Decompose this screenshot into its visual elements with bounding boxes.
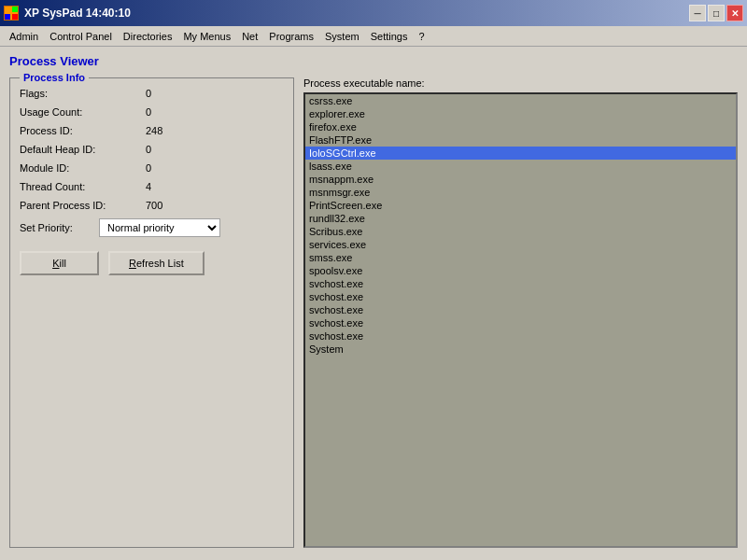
info-field-label: Thread Count: — [20, 181, 146, 192]
info-row: Flags:0 — [20, 88, 284, 99]
info-field-label: Default Heap ID: — [20, 144, 146, 155]
info-field-value: 0 — [146, 162, 151, 174]
priority-label: Set Priority: — [20, 222, 99, 233]
menu-item-net[interactable]: Net — [236, 29, 263, 44]
process-info-legend: Process Info — [20, 72, 89, 83]
process-list-container: csrss.exeexplorer.exefirefox.exeFlashFTP… — [303, 92, 738, 548]
process-list-item[interactable]: svchost.exe — [305, 290, 736, 303]
menu-item-system[interactable]: System — [319, 29, 365, 44]
close-button[interactable]: ✕ — [726, 5, 743, 21]
minimize-button[interactable]: ─ — [689, 5, 706, 21]
info-row: Module ID:0 — [20, 162, 284, 174]
window-controls: ─ □ ✕ — [689, 5, 743, 21]
process-list-item[interactable]: IoloSGCtrl.exe — [305, 147, 736, 160]
process-list-item[interactable]: msnmsgr.exe — [305, 186, 736, 199]
info-field-label: Process ID: — [20, 125, 146, 136]
process-list-item[interactable]: csrss.exe — [305, 94, 736, 107]
info-field-value: 4 — [146, 181, 151, 192]
process-list-item[interactable]: services.exe — [305, 238, 736, 251]
info-field-label: Flags: — [20, 88, 146, 99]
process-list-item[interactable]: System — [305, 343, 736, 356]
maximize-button[interactable]: □ — [708, 5, 725, 21]
info-field-value: 0 — [146, 106, 151, 118]
info-field-value: 0 — [146, 144, 151, 155]
process-list-panel: Process executable name: csrss.exeexplor… — [303, 77, 738, 548]
menu-item-?[interactable]: ? — [413, 29, 430, 44]
process-list-item[interactable]: lsass.exe — [305, 160, 736, 173]
button-row: Kill Refresh List — [20, 251, 284, 275]
window-title: XP SysPad 14:40:10 — [24, 7, 131, 20]
process-list-item[interactable]: explorer.exe — [305, 107, 736, 120]
process-list-item[interactable]: svchost.exe — [305, 277, 736, 290]
menu-item-admin[interactable]: Admin — [4, 29, 44, 44]
menu-item-directories[interactable]: Directories — [118, 29, 178, 44]
info-row: Thread Count:4 — [20, 181, 284, 192]
info-row: Parent Process ID:700 — [20, 200, 284, 211]
process-list-item[interactable]: FlashFTP.exe — [305, 133, 736, 147]
priority-row: Set Priority: Normal priorityLow priorit… — [20, 218, 284, 237]
kill-button[interactable]: Kill — [20, 251, 99, 275]
process-list-item[interactable]: firefox.exe — [305, 120, 736, 133]
info-row: Usage Count:0 — [20, 106, 284, 118]
title-left: XP SysPad 14:40:10 — [4, 6, 131, 21]
process-list: csrss.exeexplorer.exefirefox.exeFlashFTP… — [305, 94, 736, 546]
svg-rect-1 — [12, 7, 18, 12]
process-list-item[interactable]: msnappm.exe — [305, 173, 736, 186]
process-list-item[interactable]: PrintScreen.exe — [305, 199, 736, 212]
kill-underline: Kill — [52, 258, 66, 269]
svg-rect-2 — [5, 14, 10, 20]
info-field-value: 0 — [146, 88, 151, 99]
content-area: Process Info Flags:0Usage Count:0Process… — [9, 77, 738, 548]
menu-item-settings[interactable]: Settings — [365, 29, 414, 44]
page-title: Process Viewer — [9, 54, 738, 68]
info-row: Default Heap ID:0 — [20, 144, 284, 155]
process-list-item[interactable]: spoolsv.exe — [305, 264, 736, 277]
svg-rect-0 — [5, 7, 10, 12]
menu-bar: AdminControl PanelDirectoriesMy MenusNet… — [0, 26, 747, 47]
refresh-underline: Refresh List — [129, 258, 184, 269]
title-bar: XP SysPad 14:40:10 ─ □ ✕ — [0, 0, 747, 26]
info-field-label: Module ID: — [20, 162, 146, 174]
info-field-value: 700 — [146, 200, 162, 211]
process-list-item[interactable]: rundll32.exe — [305, 212, 736, 225]
process-list-item[interactable]: Scribus.exe — [305, 225, 736, 238]
process-list-item[interactable]: smss.exe — [305, 251, 736, 264]
menu-item-my-menus[interactable]: My Menus — [177, 29, 236, 44]
main-content: Process Viewer Process Info Flags:0Usage… — [0, 47, 747, 560]
priority-select[interactable]: Normal priorityLow priorityHigh priority… — [99, 218, 220, 237]
app-icon — [4, 6, 19, 21]
info-field-label: Parent Process ID: — [20, 200, 146, 211]
process-list-item[interactable]: svchost.exe — [305, 303, 736, 316]
process-list-item[interactable]: svchost.exe — [305, 316, 736, 329]
info-field-label: Usage Count: — [20, 106, 146, 118]
svg-rect-3 — [12, 14, 18, 20]
process-list-title: Process executable name: — [303, 77, 738, 89]
info-field-value: 248 — [146, 125, 162, 136]
menu-item-programs[interactable]: Programs — [263, 29, 319, 44]
info-rows-container: Flags:0Usage Count:0Process ID:248Defaul… — [20, 88, 284, 211]
refresh-button[interactable]: Refresh List — [108, 251, 204, 275]
process-info-panel: Process Info Flags:0Usage Count:0Process… — [9, 77, 294, 548]
process-list-item[interactable]: svchost.exe — [305, 329, 736, 343]
info-row: Process ID:248 — [20, 125, 284, 136]
menu-item-control-panel[interactable]: Control Panel — [44, 29, 118, 44]
